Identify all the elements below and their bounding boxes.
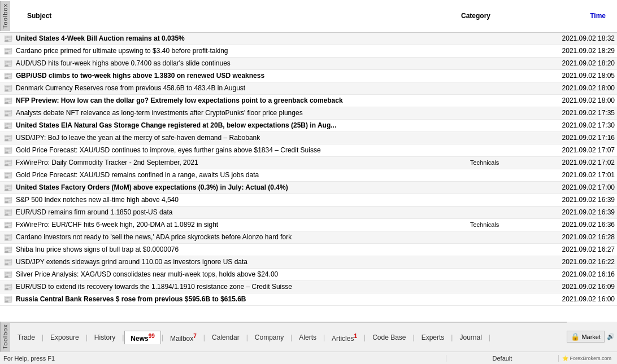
news-time: 2021.09.02 17:02 <box>527 159 617 166</box>
news-row[interactable]: 📰United States 4-Week Bill Auction remai… <box>0 33 617 45</box>
news-icon: 📰 <box>0 134 16 142</box>
news-subject: United States EIA Natural Gas Storage Ch… <box>16 121 470 129</box>
market-button[interactable]: 🔒 Market <box>567 331 605 343</box>
news-row[interactable]: 📰Russia Central Bank Reserves $ rose fro… <box>0 293 617 306</box>
news-row[interactable]: 📰United States EIA Natural Gas Storage C… <box>0 120 617 132</box>
news-header: Toolbox Subject Category Time <box>0 0 617 33</box>
news-row[interactable]: 📰EUR/USD remains firm around 1.1850 post… <box>0 207 617 219</box>
news-row[interactable]: 📰Cardano investors not ready to 'sell th… <box>0 231 617 244</box>
toolbox-side: Toolbox <box>0 322 10 352</box>
tab-exposure[interactable]: Exposure <box>44 331 85 343</box>
news-subject: United States 4-Week Bill Auction remain… <box>16 34 470 42</box>
tab-news[interactable]: News99 <box>124 331 160 344</box>
tab-journal[interactable]: Journal <box>453 331 488 343</box>
toolbox-label: Toolbox <box>0 1 10 31</box>
news-row[interactable]: 📰S&P 500 Index notches new all-time high… <box>0 194 617 207</box>
tab-alerts[interactable]: Alerts <box>293 331 323 343</box>
news-subject: NFP Preview: How low can the dollar go? … <box>16 97 470 104</box>
news-icon: 📰 <box>0 221 16 229</box>
status-default: Default <box>446 355 559 362</box>
tab-badge: 99 <box>149 333 155 339</box>
news-time: 2021.09.02 17:01 <box>527 171 617 179</box>
tab-mailbox[interactable]: Mailbox7 <box>164 331 203 344</box>
tab-articles[interactable]: Articles1 <box>325 331 363 344</box>
lock-icon: 🔒 <box>571 332 580 341</box>
status-help: For Help, press F1 <box>0 355 446 362</box>
sound-icon: 🔊 <box>605 333 617 340</box>
news-time: 2021.09.02 17:07 <box>527 146 617 154</box>
tab-experts[interactable]: Experts <box>415 331 451 343</box>
news-row[interactable]: 📰USD/JPY: BoJ to leave the yean at the m… <box>0 132 617 144</box>
watermark: ⭐ ForexBrokers.com <box>562 356 614 361</box>
tab-trade[interactable]: Trade <box>11 331 41 343</box>
news-row[interactable]: 📰EUR/USD to extend its recovery towards … <box>0 281 617 293</box>
news-time: 2021.09.02 18:00 <box>527 84 617 92</box>
news-time: 2021.09.02 16:09 <box>527 283 617 291</box>
news-time: 2021.09.02 17:35 <box>527 109 617 117</box>
tab-badge: 1 <box>354 333 357 339</box>
tab-label: Exposure <box>50 334 79 341</box>
news-icon: 📰 <box>0 146 16 155</box>
news-subject: USD/JPY: BoJ to leave the yean at the me… <box>16 134 470 142</box>
news-time: 2021.09.02 18:29 <box>527 47 617 55</box>
news-icon: 📰 <box>0 233 16 242</box>
news-time: 2021.09.02 16:28 <box>527 233 617 241</box>
market-label: Market <box>581 334 601 340</box>
header-category: Category <box>461 12 518 20</box>
news-icon: 📰 <box>0 208 16 217</box>
news-icon: 📰 <box>0 258 16 266</box>
news-row[interactable]: 📰Gold Price Forecast: XAU/USD remains co… <box>0 169 617 182</box>
news-icon: 📰 <box>0 84 16 93</box>
news-row[interactable]: 📰GBP/USD climbs to two-week highs above … <box>0 70 617 82</box>
news-row[interactable]: 📰Denmark Currency Reserves rose from pre… <box>0 82 617 95</box>
news-icon: 📰 <box>0 196 16 204</box>
news-row[interactable]: 📰Shiba Inu price shows signs of bull tra… <box>0 244 617 256</box>
news-row[interactable]: 📰FxWirePro: Daily Commodity Tracker - 2n… <box>0 157 617 169</box>
news-time: 2021.09.02 16:36 <box>527 221 617 229</box>
bottom-tabs: Trade|Exposure|History|News99|Mailbox7|C… <box>10 322 567 352</box>
news-time: 2021.09.02 16:22 <box>527 258 617 266</box>
news-time: 2021.09.02 16:27 <box>527 245 617 253</box>
news-row[interactable]: 📰Gold Price Forecast: XAU/USD continues … <box>0 144 617 157</box>
news-icon: 📰 <box>0 159 16 167</box>
tab-code-base[interactable]: Code Base <box>366 331 412 343</box>
news-icon: 📰 <box>0 295 16 304</box>
news-time: 2021.09.02 16:16 <box>527 270 617 278</box>
tab-history[interactable]: History <box>88 331 121 343</box>
header-time: Time <box>518 12 608 20</box>
news-icon: 📰 <box>0 34 16 43</box>
status-bar: For Help, press F1 Default ⭐ ForexBroker… <box>0 352 617 364</box>
news-time: 2021.09.02 17:30 <box>527 121 617 129</box>
news-subject: AUD/USD hits four-week highs above 0.740… <box>16 59 470 67</box>
news-row[interactable]: 📰FxWirePro: EUR/CHF hits 6-week high, 20… <box>0 219 617 231</box>
news-icon: 📰 <box>0 97 16 105</box>
tab-label: Articles <box>332 335 354 343</box>
news-row[interactable]: 📰USD/JPY extends sideways grind around 1… <box>0 256 617 269</box>
news-time: 2021.09.02 16:00 <box>527 295 617 303</box>
news-row[interactable]: 📰AUD/USD hits four-week highs above 0.74… <box>0 58 617 70</box>
news-subject: Denmark Currency Reserves rose from prev… <box>16 84 470 92</box>
tab-company[interactable]: Company <box>249 331 290 343</box>
tab-calendar[interactable]: Calendar <box>206 331 246 343</box>
news-time: 2021.09.02 18:05 <box>527 72 617 80</box>
news-row[interactable]: 📰Analysts debate NFT relevance as long-t… <box>0 107 617 120</box>
news-subject: Silver Price Analysis: XAG/USD consolida… <box>16 270 470 278</box>
news-subject: USD/JPY extends sideways grind around 11… <box>16 258 470 266</box>
tab-label: Trade <box>18 334 35 341</box>
news-row[interactable]: 📰NFP Preview: How low can the dollar go?… <box>0 95 617 107</box>
news-icon: 📰 <box>0 121 16 130</box>
news-row[interactable]: 📰United States Factory Orders (MoM) abov… <box>0 182 617 194</box>
news-time: 2021.09.02 17:00 <box>527 183 617 191</box>
news-category: Technicals <box>470 221 527 228</box>
news-icon: 📰 <box>0 270 16 279</box>
news-subject: Analysts debate NFT relevance as long-te… <box>16 109 470 117</box>
news-icon: 📰 <box>0 245 16 254</box>
news-row[interactable]: 📰Cardano price primed for ultimate upswi… <box>0 45 617 58</box>
tab-badge: 7 <box>193 333 197 339</box>
news-subject: Russia Central Bank Reserves $ rose from… <box>16 295 470 303</box>
news-time: 2021.09.02 16:39 <box>527 208 617 216</box>
header-subject: Subject <box>10 12 461 20</box>
news-row[interactable]: 📰Silver Price Analysis: XAG/USD consolid… <box>0 269 617 281</box>
news-time: 2021.09.02 18:00 <box>527 97 617 104</box>
status-right: ⭐ ForexBrokers.com <box>559 356 617 361</box>
